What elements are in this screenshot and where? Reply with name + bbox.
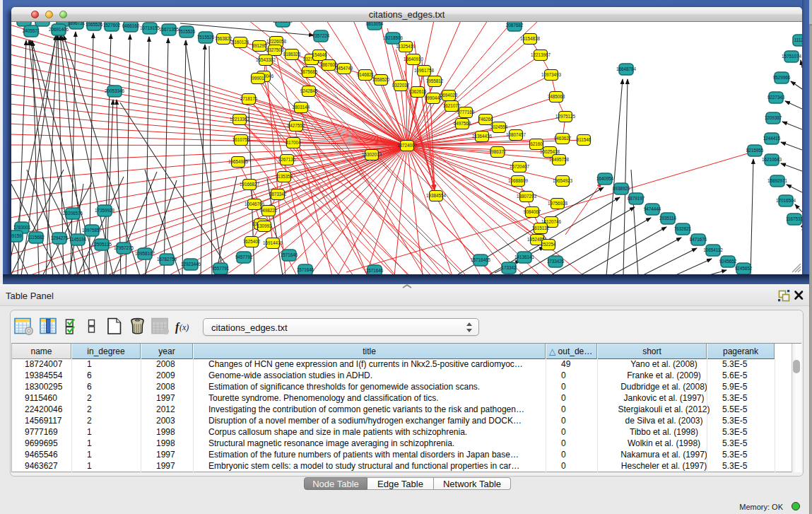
svg-text:10975857: 10975857	[82, 228, 102, 233]
svg-text:19756928: 19756928	[548, 201, 568, 206]
svg-text:1571646: 1571646	[366, 268, 384, 273]
svg-text:6497568: 6497568	[454, 121, 471, 126]
svg-text:746266: 746266	[478, 117, 493, 122]
svg-text:1621072: 1621072	[443, 103, 461, 108]
svg-text:6694028: 6694028	[440, 93, 458, 98]
svg-text:8186328: 8186328	[283, 52, 301, 57]
svg-text:19218506: 19218506	[383, 35, 404, 40]
svg-text:15302073: 15302073	[362, 152, 382, 157]
svg-text:1783001: 1783001	[13, 225, 31, 230]
svg-text:9498222: 9498222	[260, 208, 278, 213]
svg-text:12213363: 12213363	[230, 117, 250, 122]
svg-text:2718176: 2718176	[240, 96, 258, 101]
svg-text:19654985: 19654985	[228, 159, 249, 164]
svg-text:1244415: 1244415	[763, 136, 781, 141]
svg-text:15892971: 15892971	[767, 178, 788, 183]
svg-text:10973493: 10973493	[541, 72, 562, 77]
svg-text:1615132: 1615132	[532, 226, 550, 230]
svg-text:8454749: 8454749	[336, 66, 353, 71]
svg-text:2803144: 2803144	[293, 105, 310, 110]
svg-text:9327503: 9327503	[266, 47, 284, 52]
svg-text:1610755: 1610755	[233, 137, 250, 142]
svg-text:62160: 62160	[530, 141, 543, 146]
svg-text:10046766: 10046766	[245, 201, 265, 206]
svg-text:9557791: 9557791	[212, 266, 230, 271]
svg-text:17016504: 17016504	[776, 198, 796, 203]
svg-text:10025438: 10025438	[540, 149, 560, 154]
svg-text:20053346: 20053346	[105, 88, 125, 93]
svg-text:11120: 11120	[794, 37, 802, 42]
svg-text:173342: 173342	[501, 265, 517, 270]
svg-text:1209387: 1209387	[765, 115, 782, 120]
svg-text:16914479: 16914479	[263, 240, 283, 245]
svg-text:1571646: 1571646	[281, 252, 298, 257]
svg-text:1571646: 1571646	[297, 267, 314, 272]
svg-text:8471676: 8471676	[690, 237, 707, 242]
svg-text:6466160: 6466160	[122, 23, 140, 28]
svg-text:12923446: 12923446	[181, 262, 201, 267]
svg-text:1145194: 1145194	[69, 237, 87, 242]
svg-text:19654923: 19654923	[553, 178, 573, 183]
svg-text:16543382: 16543382	[256, 57, 276, 62]
svg-text:7625402: 7625402	[243, 239, 261, 244]
svg-text:14136141: 14136141	[514, 255, 535, 259]
svg-text:10719155: 10719155	[140, 25, 160, 30]
svg-text:16154838: 16154838	[520, 36, 541, 41]
svg-text:1362615: 1362615	[409, 89, 427, 94]
svg-text:9084067: 9084067	[524, 209, 541, 214]
svg-text:(x): (x)	[180, 322, 189, 332]
svg-text:891295: 891295	[252, 43, 267, 48]
svg-text:15716465: 15716465	[471, 257, 491, 262]
svg-text:7563822: 7563822	[215, 36, 233, 41]
svg-text:9474444: 9474444	[644, 206, 661, 211]
svg-text:9457791: 9457791	[235, 255, 253, 259]
svg-text:2935114: 2935114	[659, 216, 677, 221]
svg-text:16033809: 16033809	[273, 22, 293, 23]
svg-text:12226058: 12226058	[266, 39, 287, 44]
svg-text:13495758: 13495758	[549, 157, 570, 162]
svg-text:9777169: 9777169	[457, 110, 475, 115]
svg-text:8427552: 8427552	[288, 123, 305, 128]
svg-text:19384554: 19384554	[426, 193, 447, 198]
svg-text:12505135: 12505135	[92, 242, 112, 247]
svg-text:8322037: 8322037	[392, 83, 410, 88]
svg-text:1640954: 1640954	[596, 176, 614, 181]
svg-text:17359928: 17359928	[95, 208, 115, 213]
svg-text:9463627: 9463627	[554, 136, 572, 141]
svg-text:7515526: 7515526	[197, 35, 215, 40]
svg-text:154646: 154646	[312, 52, 327, 57]
svg-text:16671355: 16671355	[159, 27, 180, 32]
svg-text:2405571: 2405571	[23, 28, 40, 33]
svg-text:7632621: 7632621	[674, 226, 692, 231]
svg-text:1115682: 1115682	[28, 235, 45, 240]
svg-text:1896731: 1896731	[68, 22, 86, 25]
svg-text:16210643: 16210643	[762, 157, 782, 162]
svg-text:20206576: 20206576	[63, 211, 83, 216]
svg-text:417004: 417004	[286, 140, 301, 145]
svg-text:17957275: 17957275	[114, 245, 134, 250]
svg-text:9227343: 9227343	[767, 95, 785, 100]
svg-text:8873342: 8873342	[269, 192, 287, 197]
svg-text:15751074: 15751074	[782, 54, 802, 59]
svg-text:7357224: 7357224	[312, 33, 330, 38]
svg-text:7485063: 7485063	[548, 94, 565, 99]
svg-text:99901: 99901	[252, 76, 264, 81]
svg-text:9245652: 9245652	[719, 259, 737, 264]
svg-text:39159: 39159	[11, 233, 22, 238]
svg-text:8160124: 8160124	[232, 40, 249, 45]
svg-text:9242845: 9242845	[300, 88, 318, 93]
svg-text:8215955: 8215955	[746, 148, 764, 153]
svg-text:7986372: 7986372	[489, 149, 507, 154]
svg-text:911546: 911546	[577, 137, 592, 142]
svg-text:18807293: 18807293	[517, 194, 537, 199]
svg-text:1065526: 1065526	[86, 22, 103, 27]
svg-text:1135359: 1135359	[276, 174, 293, 179]
svg-text:16648784: 16648784	[616, 66, 637, 71]
svg-text:1733426: 1733426	[547, 259, 565, 264]
svg-text:252254: 252254	[541, 242, 556, 247]
svg-text:1527602: 1527602	[103, 23, 121, 28]
svg-text:12975125: 12975125	[555, 114, 576, 119]
svg-text:9146821: 9146821	[357, 72, 375, 77]
svg-text:20691406: 20691406	[49, 27, 69, 32]
svg-text:10807457: 10807457	[506, 132, 526, 137]
